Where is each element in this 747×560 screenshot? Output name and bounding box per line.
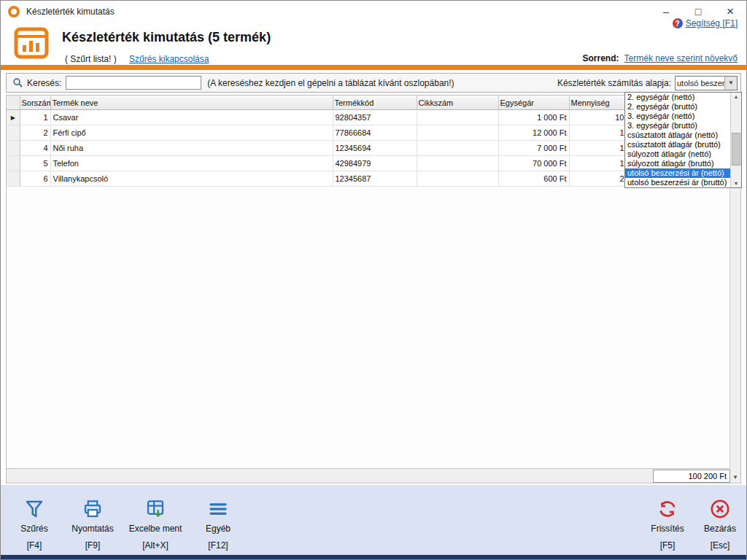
toolbar: Szűrés [F4] Nyomtatás [F9] Excelbe ment …	[1, 485, 746, 556]
titlebar: Készletérték kimutatás – □ ×	[1, 1, 746, 23]
row-selector[interactable]	[7, 156, 20, 171]
cell[interactable]	[417, 171, 498, 187]
scroll-down-icon[interactable]: ▼	[732, 472, 738, 483]
cell[interactable]	[417, 125, 498, 141]
sort-box: Sorrend: Termék neve szerint növekvő	[582, 53, 738, 63]
selector-column-header	[7, 96, 20, 110]
scroll-down-icon[interactable]: ▼	[734, 179, 739, 187]
help-link[interactable]: Segítség [F1]	[686, 18, 738, 28]
search-input[interactable]	[66, 76, 201, 90]
table-footer: 100 200 Ft	[7, 468, 730, 483]
table-row[interactable]: 5Telefon4298497970 000 Ft1	[7, 156, 730, 171]
cell[interactable]: 2	[20, 125, 50, 141]
dropdown-scrollbar[interactable]: ▲ ▼	[730, 93, 741, 187]
calc-basis-select[interactable]: utolsó beszerzési ár (nettó) ▼	[675, 76, 738, 90]
bottom-strip	[1, 555, 746, 559]
help-icon: ?	[673, 18, 683, 28]
cell[interactable]: 10	[569, 110, 627, 125]
column-header[interactable]: Termék neve	[50, 96, 333, 110]
cell[interactable]	[417, 156, 498, 171]
column-header[interactable]: Mennyiség	[569, 96, 627, 110]
filter-icon	[23, 498, 45, 520]
dropdown-option[interactable]: utolsó beszerzési ár (bruttó)	[625, 178, 731, 187]
excel-export-icon	[144, 498, 166, 520]
cell[interactable]	[417, 110, 498, 125]
cell[interactable]: Villanykapcsoló	[50, 171, 333, 187]
cell[interactable]: 1	[20, 110, 50, 125]
dropdown-option[interactable]: súlyozott átlagár (bruttó)	[625, 159, 731, 168]
other-button[interactable]: Egyéb [F12]	[189, 498, 247, 551]
cell[interactable]: 2	[569, 171, 627, 187]
cell[interactable]: 4	[20, 141, 50, 156]
close-window-button[interactable]: Bezárás [Esc]	[694, 498, 746, 551]
row-selector[interactable]	[7, 125, 20, 141]
calc-basis-box: Készletérték számítás alapja: utolsó bes…	[557, 76, 738, 90]
header-subline: ( Szűrt lista! ) Szűrés kikapcsolása	[65, 54, 209, 64]
calc-basis-label: Készletérték számítás alapja:	[557, 78, 671, 88]
cell[interactable]: 1	[569, 141, 627, 156]
other-button-label: Egyéb	[206, 524, 231, 534]
other-button-key: [F12]	[208, 540, 228, 551]
cell[interactable]: Telefon	[50, 156, 333, 171]
cell[interactable]: 12345694	[333, 141, 417, 156]
dropdown-option[interactable]: 3. egységár (bruttó)	[625, 121, 731, 131]
column-header[interactable]: Termékkód	[333, 96, 417, 110]
cell[interactable]: 5	[20, 156, 50, 171]
excel-export-button[interactable]: Excelbe ment [Alt+X]	[122, 498, 189, 551]
sort-label: Sorrend:	[582, 53, 619, 63]
excel-export-button-label: Excelbe ment	[129, 524, 182, 534]
table-row[interactable]: 6Villanykapcsoló12345687600 Ft2	[7, 171, 730, 187]
cell[interactable]: 12345687	[333, 171, 417, 187]
row-selector[interactable]	[7, 141, 20, 156]
accent-bar	[1, 65, 746, 70]
app-window: Készletérték kimutatás – □ × Készletérté…	[0, 0, 747, 560]
cell[interactable]: Férfi cipő	[50, 125, 333, 141]
cell[interactable]: 92804357	[333, 110, 417, 125]
cell[interactable]	[417, 141, 498, 156]
cell[interactable]: 1	[569, 125, 627, 141]
column-header[interactable]: Sorszám	[20, 96, 50, 110]
sort-link[interactable]: Termék neve szerint növekvő	[624, 53, 738, 63]
dropdown-option[interactable]: csúsztatott átlagár (bruttó)	[625, 140, 731, 149]
dropdown-option[interactable]: 2. egységár (nettó)	[625, 93, 731, 102]
cell[interactable]: 600 Ft	[498, 171, 569, 187]
menu-icon	[207, 498, 229, 520]
table-row[interactable]: 4Női ruha123456947 000 Ft1	[7, 141, 730, 156]
dropdown-arrow-icon[interactable]: ▼	[724, 77, 737, 90]
dropdown-option[interactable]: súlyozott átlagár (nettó)	[625, 149, 731, 159]
app-icon	[8, 6, 20, 18]
help-box: ? Segítség [F1]	[673, 18, 738, 28]
table-row[interactable]: ▶1Csavar928043571 000 Ft10	[7, 110, 730, 125]
filter-button-key: [F4]	[27, 540, 42, 551]
filter-button[interactable]: Szűrés [F4]	[5, 498, 63, 551]
cell[interactable]: 12 000 Ft	[498, 125, 569, 141]
column-header[interactable]: Cikkszám	[417, 96, 498, 110]
cell[interactable]: Női ruha	[50, 141, 333, 156]
filter-off-link[interactable]: Szűrés kikapcsolása	[129, 54, 209, 64]
scrollbar-thumb[interactable]	[732, 133, 740, 166]
row-selector-icon[interactable]: ▶	[7, 110, 20, 125]
cell[interactable]: 1 000 Ft	[498, 110, 569, 125]
dropdown-option[interactable]: csúsztatott átlagár (nettó)	[625, 131, 731, 140]
cell[interactable]: Csavar	[50, 110, 333, 125]
print-button-key: [F9]	[85, 540, 101, 551]
dropdown-option[interactable]: 3. egységár (nettó)	[625, 112, 731, 121]
filter-button-label: Szűrés	[20, 524, 47, 534]
cell[interactable]: 1	[569, 156, 627, 171]
total-value: 100 200 Ft	[653, 470, 730, 483]
cell[interactable]: 6	[20, 171, 50, 187]
refresh-button-key: [F5]	[660, 540, 676, 551]
print-button[interactable]: Nyomtatás [F9]	[63, 498, 122, 551]
cell[interactable]: 7 000 Ft	[498, 141, 569, 156]
table-row[interactable]: 2Férfi cipő7786668412 000 Ft1	[7, 125, 730, 141]
refresh-button[interactable]: Frissítés [F5]	[641, 498, 694, 551]
refresh-icon	[657, 498, 678, 520]
scroll-up-icon[interactable]: ▲	[734, 93, 739, 101]
cell[interactable]: 42984979	[333, 156, 417, 171]
dropdown-option[interactable]: utolsó beszerzési ár (nettó)	[625, 168, 731, 178]
cell[interactable]: 77866684	[333, 125, 417, 141]
dropdown-option[interactable]: 2. egységár (bruttó)	[625, 102, 731, 112]
column-header[interactable]: Egységár	[498, 96, 569, 110]
cell[interactable]: 70 000 Ft	[498, 156, 569, 171]
row-selector[interactable]	[7, 171, 20, 187]
